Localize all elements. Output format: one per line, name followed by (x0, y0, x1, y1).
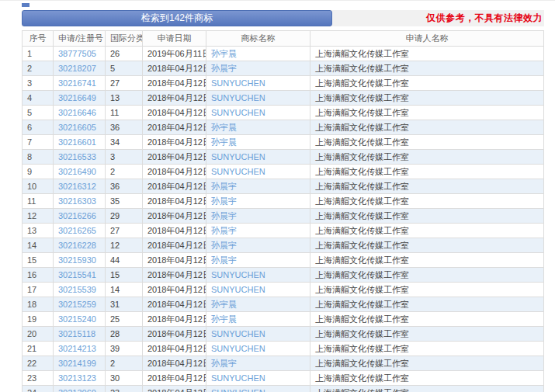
cell-application-number-link[interactable]: 30215539 (54, 283, 106, 297)
cell-application-number-link[interactable]: 30216303 (54, 194, 106, 209)
cell-application-number-link[interactable]: 30215259 (54, 297, 106, 312)
cell-international-class: 36 (106, 120, 143, 135)
cell-trademark-name-link[interactable]: SUNYUCHEN (206, 342, 310, 356)
cell-application-date: 2018年04月12日 (143, 61, 206, 76)
cell-application-number-link[interactable]: 30216601 (54, 135, 106, 150)
table-row: 2 30218207 5 2018年04月12日 孙晨宇 上海满艒文化传媒工作室 (23, 61, 544, 76)
cell-international-class: 26 (106, 47, 143, 61)
cell-no: 21 (23, 342, 54, 356)
cell-application-number-link[interactable]: 30216266 (54, 209, 106, 224)
cell-applicant-name: 上海满艒文化传媒工作室 (310, 165, 544, 179)
cell-international-class: 15 (106, 268, 143, 283)
table-row: 20 30215118 28 2018年04月12日 SUNYUCHEN 上海满… (23, 327, 544, 342)
cell-application-number-link[interactable]: 30216741 (54, 76, 106, 91)
cell-no: 12 (23, 209, 54, 224)
cell-application-number-link[interactable]: 30218207 (54, 61, 106, 76)
table-row: 22 30214199 2 2018年04月12日 孙晨宇 上海满艒文化传媒工作… (23, 356, 544, 371)
result-banner: 检索到142件商标 仅供参考，不具有法律效力 (22, 10, 544, 26)
result-count-button[interactable]: 检索到142件商标 (22, 10, 332, 26)
cell-no: 20 (23, 327, 54, 342)
cell-no: 2 (23, 61, 54, 76)
cell-application-number-link[interactable]: 30216533 (54, 150, 106, 165)
cell-no: 17 (23, 283, 54, 297)
cell-no: 11 (23, 194, 54, 209)
table-row: 9 30216490 2 2018年04月12日 SUNYUCHEN 上海满艒文… (23, 165, 544, 179)
cell-application-date: 2018年04月12日 (143, 253, 206, 268)
cell-application-number-link[interactable]: 30215240 (54, 312, 106, 327)
cell-trademark-name-link[interactable]: SUNYUCHEN (206, 371, 310, 386)
cell-trademark-name-link[interactable]: SUNYUCHEN (206, 268, 310, 283)
cell-trademark-name-link[interactable]: 孙晨宇 (206, 238, 310, 253)
cell-no: 9 (23, 165, 54, 179)
cell-trademark-name-link[interactable]: 孙宇晨 (206, 47, 310, 61)
table-row: 8 30216533 3 2018年04月12日 SUNYUCHEN 上海满艒文… (23, 150, 544, 165)
top-blue-fragment (22, 3, 29, 7)
cell-international-class: 44 (106, 253, 143, 268)
cell-application-number-link[interactable]: 30214199 (54, 356, 106, 371)
cell-application-date: 2018年04月12日 (143, 238, 206, 253)
table-row: 24 30213060 23 2018年04月12日 SUNYUCHEN 上海满… (23, 386, 544, 392)
cell-trademark-name-link[interactable]: 孙晨宇 (206, 209, 310, 224)
table-row: 16 30215541 15 2018年04月12日 SUNYUCHEN 上海满… (23, 268, 544, 283)
cell-international-class: 29 (106, 209, 143, 224)
cell-trademark-name-link[interactable]: 孙宇晨 (206, 120, 310, 135)
cell-international-class: 12 (106, 238, 143, 253)
cell-trademark-name-link[interactable]: 孙宇晨 (206, 312, 310, 327)
cell-trademark-name-link[interactable]: SUNYUCHEN (206, 76, 310, 91)
cell-application-number-link[interactable]: 30215118 (54, 327, 106, 342)
cell-international-class: 31 (106, 297, 143, 312)
cell-application-number-link[interactable]: 30216605 (54, 120, 106, 135)
cell-applicant-name: 上海满艒文化传媒工作室 (310, 91, 544, 106)
cell-application-number-link[interactable]: 30214213 (54, 342, 106, 356)
table-row: 6 30216605 36 2018年04月12日 孙宇晨 上海满艒文化传媒工作… (23, 120, 544, 135)
table-body: 1 38777505 26 2019年06月11日 孙宇晨 上海满艒文化传媒工作… (23, 47, 544, 392)
cell-trademark-name-link[interactable]: 孙晨宇 (206, 356, 310, 371)
cell-trademark-name-link[interactable]: 孙晨宇 (206, 224, 310, 238)
cell-international-class: 2 (106, 356, 143, 371)
cell-trademark-name-link[interactable]: SUNYUCHEN (206, 327, 310, 342)
cell-trademark-name-link[interactable]: SUNYUCHEN (206, 150, 310, 165)
cell-trademark-name-link[interactable]: 孙晨宇 (206, 61, 310, 76)
cell-applicant-name: 上海满艒文化传媒工作室 (310, 209, 544, 224)
cell-trademark-name-link[interactable]: SUNYUCHEN (206, 106, 310, 120)
cell-no: 8 (23, 150, 54, 165)
cell-application-number-link[interactable]: 30216649 (54, 91, 106, 106)
table-header-row: 序号 申请/注册号 国际分类 申请日期 商标名称 申请人名称 (23, 31, 544, 47)
cell-application-number-link[interactable]: 30215930 (54, 253, 106, 268)
cell-application-number-link[interactable]: 30216312 (54, 179, 106, 194)
header-international-class: 国际分类 (106, 31, 143, 47)
cell-application-number-link[interactable]: 30213123 (54, 371, 106, 386)
cell-application-number-link[interactable]: 38777505 (54, 47, 106, 61)
cell-application-number-link[interactable]: 30216265 (54, 224, 106, 238)
cell-application-date: 2018年04月12日 (143, 76, 206, 91)
cell-applicant-name: 上海满艒文化传媒工作室 (310, 135, 544, 150)
cell-trademark-name-link[interactable]: SUNYUCHEN (206, 283, 310, 297)
cell-application-number-link[interactable]: 30216228 (54, 238, 106, 253)
cell-trademark-name-link[interactable]: SUNYUCHEN (206, 91, 310, 106)
cell-no: 24 (23, 386, 54, 392)
cell-trademark-name-link[interactable]: 孙宇晨 (206, 135, 310, 150)
cell-trademark-name-link[interactable]: SUNYUCHEN (206, 386, 310, 392)
cell-trademark-name-link[interactable]: SUNYUCHEN (206, 165, 310, 179)
cell-application-number-link[interactable]: 30213060 (54, 386, 106, 392)
cell-applicant-name: 上海满艒文化传媒工作室 (310, 283, 544, 297)
results-table-container: 序号 申请/注册号 国际分类 申请日期 商标名称 申请人名称 1 3877750… (22, 30, 544, 392)
cell-no: 1 (23, 47, 54, 61)
cell-application-date: 2018年04月12日 (143, 209, 206, 224)
cell-applicant-name: 上海满艒文化传媒工作室 (310, 150, 544, 165)
cell-application-date: 2018年04月12日 (143, 165, 206, 179)
table-row: 10 30216312 36 2018年04月12日 孙晨宇 上海满艒文化传媒工… (23, 179, 544, 194)
header-no: 序号 (23, 31, 54, 47)
cell-trademark-name-link[interactable]: 孙宇晨 (206, 297, 310, 312)
cell-application-number-link[interactable]: 30216646 (54, 106, 106, 120)
cell-application-number-link[interactable]: 30215541 (54, 268, 106, 283)
cell-trademark-name-link[interactable]: 孙晨宇 (206, 253, 310, 268)
table-row: 7 30216601 34 2018年04月12日 孙宇晨 上海满艒文化传媒工作… (23, 135, 544, 150)
cell-trademark-name-link[interactable]: 孙晨宇 (206, 179, 310, 194)
cell-international-class: 30 (106, 371, 143, 386)
cell-application-date: 2018年04月12日 (143, 356, 206, 371)
cell-trademark-name-link[interactable]: 孙晨宇 (206, 194, 310, 209)
cell-international-class: 27 (106, 76, 143, 91)
cell-application-number-link[interactable]: 30216490 (54, 165, 106, 179)
cell-applicant-name: 上海满艒文化传媒工作室 (310, 106, 544, 120)
